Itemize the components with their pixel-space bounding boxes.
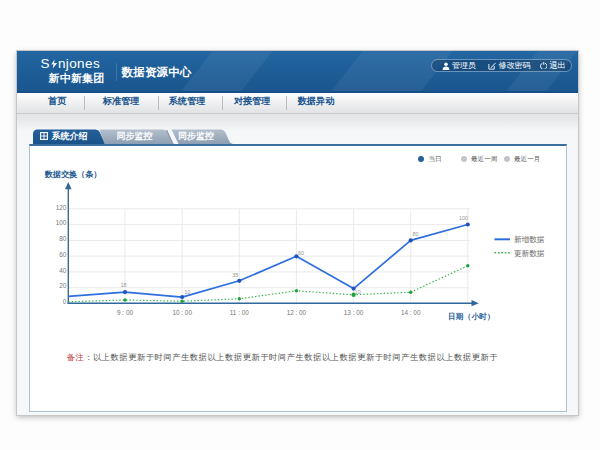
svg-text:120: 120	[56, 204, 67, 211]
svg-text:新增数据: 新增数据	[514, 235, 545, 244]
svg-text:100: 100	[56, 219, 67, 226]
svg-text:80: 80	[413, 231, 419, 237]
svg-text:80: 80	[59, 235, 67, 242]
svg-text:60: 60	[59, 251, 67, 258]
svg-text:12 : 00: 12 : 00	[287, 309, 307, 316]
svg-text:9 : 00: 9 : 00	[117, 309, 133, 316]
svg-text:11 : 00: 11 : 00	[230, 309, 250, 316]
svg-text:日期（小时）: 日期（小时）	[448, 312, 495, 321]
svg-text:18: 18	[120, 282, 126, 288]
svg-text:10: 10	[184, 289, 190, 295]
svg-text:14 : 00: 14 : 00	[401, 309, 421, 316]
svg-text:40: 40	[59, 267, 67, 274]
svg-text:10 : 00: 10 : 00	[172, 309, 192, 316]
svg-text:13 : 00: 13 : 00	[344, 309, 364, 316]
svg-text:数据交换（条）: 数据交换（条）	[44, 170, 102, 179]
svg-text:35: 35	[232, 272, 238, 278]
svg-text:20: 20	[59, 282, 67, 289]
svg-text:60: 60	[298, 250, 304, 256]
svg-text:0: 0	[63, 298, 67, 305]
svg-text:100: 100	[459, 215, 468, 221]
svg-text:更新数据: 更新数据	[514, 249, 545, 258]
svg-text:10: 10	[355, 289, 361, 295]
